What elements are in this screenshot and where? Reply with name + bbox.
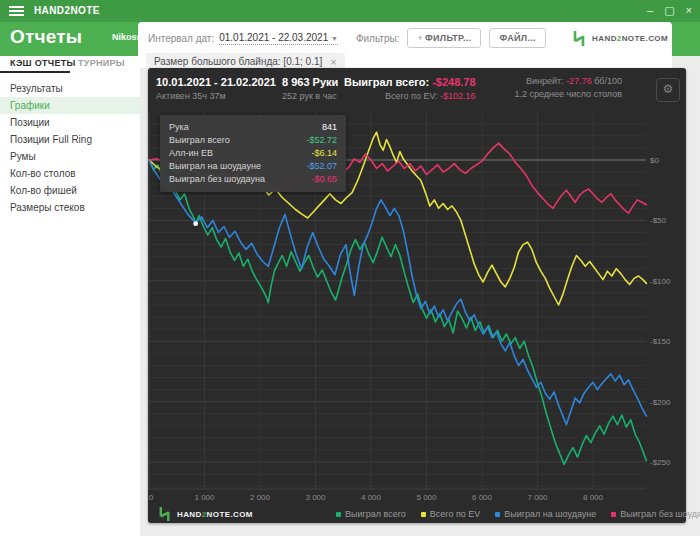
- minimize-button[interactable]: –: [647, 4, 653, 17]
- total-won-value: -$248.78: [432, 76, 475, 88]
- page-title: Отчеты: [10, 26, 82, 48]
- sidebar-item[interactable]: Румы: [0, 148, 140, 165]
- close-button[interactable]: ×: [686, 4, 692, 17]
- legend-dot-icon: [336, 512, 341, 517]
- svg-text:5 000: 5 000: [416, 493, 437, 502]
- date-interval-select[interactable]: 01.01.2021 - 22.03.2021 ▼: [219, 32, 338, 45]
- svg-text:-$250: -$250: [650, 458, 671, 467]
- legend-dot-icon: [421, 512, 426, 517]
- legend-item[interactable]: Выиграл всего: [336, 509, 406, 519]
- svg-text:-$100: -$100: [650, 277, 671, 286]
- date-interval-value: 01.01.2021 - 22.03.2021: [219, 32, 328, 43]
- avg-tables: 1.2 среднее число столов: [514, 89, 622, 99]
- svg-text:8 000: 8 000: [583, 493, 604, 502]
- sidebar-item[interactable]: Позиции: [0, 114, 140, 131]
- report-chart-panel: $0-$50-$100-$150-$200-$25001 0002 0003 0…: [148, 68, 686, 523]
- ev-total-label: Всего по EV:: [385, 91, 438, 101]
- svg-text:7 000: 7 000: [527, 493, 548, 502]
- chart-watermark-logo: HAND2NOTE.COM: [158, 506, 253, 522]
- hand2note-logo-icon: [158, 506, 172, 522]
- app-window: HAND2NOTE – ▢ × Отчеты Nikosstim (PS) ▼ …: [0, 0, 700, 536]
- report-active-time: Активен 35ч 37м: [156, 91, 276, 101]
- hamburger-menu-icon[interactable]: [9, 6, 24, 16]
- ev-total-value: -$102.16: [440, 91, 476, 101]
- tab-cash-reports[interactable]: КЭШ ОТЧЕТЫ: [10, 58, 76, 68]
- svg-text:-$200: -$200: [650, 398, 671, 407]
- svg-text:4 000: 4 000: [361, 493, 382, 502]
- winrate-units: бб/100: [594, 76, 622, 86]
- total-won-label: Выиграл всего:: [344, 76, 429, 88]
- sidebar-item[interactable]: Графики: [0, 97, 140, 114]
- chart-tooltip: Рука841Выиграл всего-$52.72Алл-ин EB-$6.…: [160, 115, 346, 192]
- tooltip-row: Выиграл без шоудауна-$0.65: [169, 173, 337, 186]
- sidebar-item[interactable]: Позиции Full Ring: [0, 131, 140, 148]
- winrate-label: Винрейт:: [526, 76, 564, 86]
- tooltip-row: Алл-ин EB-$6.14: [169, 147, 337, 160]
- active-tab-underline: [0, 71, 70, 73]
- svg-text:1 000: 1 000: [194, 493, 215, 502]
- maximize-button[interactable]: ▢: [664, 4, 674, 17]
- sidebar-item[interactable]: Кол-во столов: [0, 165, 140, 182]
- sidebar: КЭШ ОТЧЕТЫ ТУРНИРЫ РезультатыГрафикиПози…: [0, 56, 140, 536]
- sidebar-tabs: КЭШ ОТЧЕТЫ ТУРНИРЫ: [0, 56, 140, 73]
- legend-item[interactable]: Выиграл без шоудауна: [611, 509, 700, 519]
- svg-text:3 000: 3 000: [305, 493, 326, 502]
- date-interval-label: Интервал дат:: [148, 33, 214, 44]
- app-title: HAND2NOTE: [34, 5, 100, 16]
- legend-dot-icon: [495, 512, 500, 517]
- svg-text:$0: $0: [650, 156, 659, 165]
- window-controls: – ▢ ×: [647, 4, 692, 17]
- filter-chip-label: Размер большого блайнда: [0.1; 0.1]: [154, 56, 322, 67]
- sidebar-item[interactable]: Размеры стеков: [0, 199, 140, 216]
- report-date-range: 10.01.2021 - 21.02.2021: [156, 76, 276, 88]
- legend-dot-icon: [611, 512, 616, 517]
- svg-text:0: 0: [149, 493, 154, 502]
- report-hands-group: 8 963 Руки 252 рук в час: [282, 76, 338, 101]
- hand2note-logo-icon: [572, 30, 587, 47]
- sidebar-items: РезультатыГрафикиПозицииПозиции Full Rin…: [0, 73, 140, 216]
- tooltip-row: Рука841: [169, 121, 337, 134]
- file-button[interactable]: ФАЙЛ...: [489, 28, 545, 48]
- hand2note-logo: HAND2NOTE.COM: [572, 30, 668, 47]
- svg-text:6 000: 6 000: [472, 493, 493, 502]
- sidebar-item[interactable]: Кол-во фишей: [0, 182, 140, 199]
- tooltip-row: Выиграл всего-$52.72: [169, 134, 337, 147]
- report-hands-per-hour: 252 рук в час: [282, 91, 338, 101]
- svg-text:-$150: -$150: [650, 337, 671, 346]
- winrate-value: -27.76: [566, 76, 592, 86]
- svg-text:-$50: -$50: [650, 216, 667, 225]
- filters-label: Фильтры:: [356, 33, 400, 44]
- add-filter-button[interactable]: +ФИЛЬТР...: [407, 28, 481, 48]
- report-winrate-group: Винрейт: -27.76 бб/100 1.2 среднее число…: [514, 76, 622, 99]
- gear-icon: ⚙: [663, 82, 674, 96]
- sidebar-item[interactable]: Результаты: [0, 80, 140, 97]
- legend-item[interactable]: Всего по EV: [421, 509, 480, 519]
- report-hands-count: 8 963 Руки: [282, 76, 338, 88]
- title-bar: HAND2NOTE – ▢ ×: [0, 0, 700, 22]
- chevron-down-icon: ▼: [331, 35, 338, 42]
- chart-legend: Выиграл всегоВсего по EVВыиграл на шоуда…: [336, 509, 700, 519]
- legend-item[interactable]: Выиграл на шоудауне: [495, 509, 596, 519]
- chart-settings-button[interactable]: ⚙: [656, 78, 680, 102]
- tab-tournaments[interactable]: ТУРНИРЫ: [78, 58, 125, 68]
- close-icon[interactable]: ×: [330, 56, 336, 68]
- report-winnings-group: Выиграл всего: -$248.78 Всего по EV: -$1…: [344, 76, 476, 101]
- svg-text:2 000: 2 000: [250, 493, 271, 502]
- tooltip-row: Выиграл на шоудауне-$52.07: [169, 160, 337, 173]
- plus-icon: +: [417, 33, 423, 43]
- report-date-group: 10.01.2021 - 21.02.2021 Активен 35ч 37м: [156, 76, 276, 101]
- toolbar: Интервал дат: 01.01.2021 - 22.03.2021 ▼ …: [148, 29, 554, 47]
